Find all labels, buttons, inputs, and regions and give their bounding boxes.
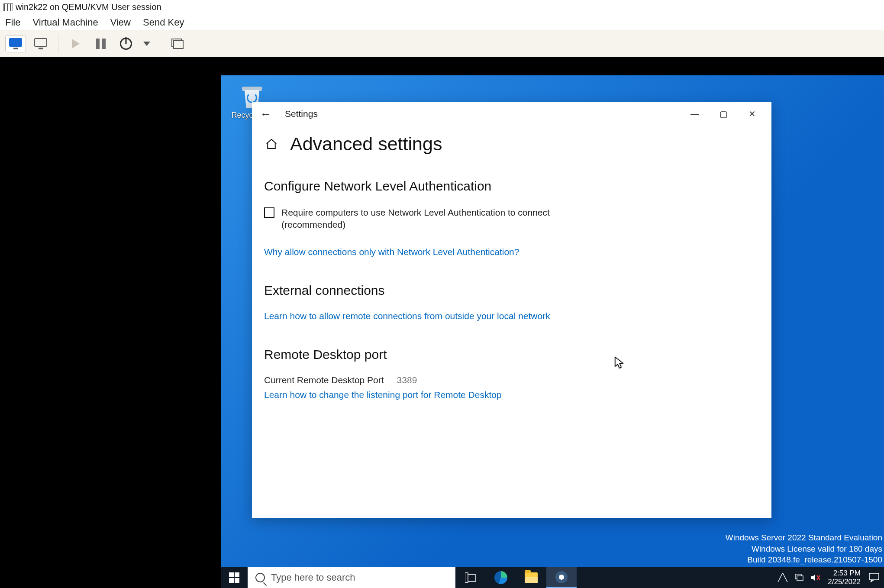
edge-icon [494,571,507,584]
vm-title: win2k22 on QEMU/KVM User session [16,2,161,12]
network-icon[interactable] [794,573,804,582]
home-icon[interactable] [264,137,279,152]
monitor-icon [9,38,22,49]
notification-icon [868,572,880,583]
menu-view[interactable]: View [110,17,131,28]
tray-overflow-icon[interactable]: ╱╲ [778,573,788,582]
volume-muted-icon[interactable] [810,573,821,582]
windows-watermark: Windows Server 2022 Standard Evaluation … [726,532,882,565]
run-button[interactable] [65,35,86,52]
system-tray[interactable]: ╱╲ [774,567,824,588]
search-placeholder: Type here to search [271,572,355,583]
nla-help-link[interactable]: Why allow connections only with Network … [264,247,519,257]
windows-logo-icon [229,572,239,583]
settings-window: ← Settings — ▢ ✕ Advanced settings Confi… [252,102,771,518]
taskbar-search[interactable]: Type here to search [248,567,455,588]
monitor-icon [34,38,47,49]
nla-checkbox-label: Require computers to use Network Level A… [281,207,567,231]
shutdown-menu-button[interactable] [141,35,153,52]
virt-manager-titlebar: win2k22 on QEMU/KVM User session [0,0,884,15]
chevron-down-icon [143,42,150,46]
taskbar-pin-explorer[interactable] [516,567,546,588]
settings-body: Advanced settings Configure Network Leve… [252,126,771,518]
guest-desktop[interactable]: Recycle Bin ← Settings — ▢ ✕ Advanced se… [221,75,884,588]
clock-time: 2:53 PM [828,569,861,578]
task-view-icon [465,572,476,583]
action-center-button[interactable] [864,567,884,588]
power-icon [120,38,132,50]
svg-rect-4 [869,573,879,580]
gear-icon [555,571,568,583]
svg-rect-3 [797,576,803,581]
minimize-button[interactable]: — [681,104,709,124]
start-button[interactable] [221,567,248,588]
taskbar-pin-settings[interactable] [546,567,577,588]
port-value: 3389 [397,375,417,385]
toolbar-separator [160,34,160,53]
external-help-link[interactable]: Learn how to allow remote connections fr… [264,311,550,321]
section-heading-external: External connections [264,283,759,298]
clock-date: 2/25/2022 [828,578,861,586]
menu-virtual-machine[interactable]: Virtual Machine [32,17,98,28]
pause-icon [96,39,106,49]
search-icon [255,573,265,582]
taskbar-pin-edge[interactable] [486,567,516,588]
section-heading-nla: Configure Network Level Authentication [264,179,759,194]
watermark-line: Build 20348.fe_release.210507-1500 [726,554,882,565]
menu-send-key[interactable]: Send Key [143,17,184,28]
task-view-button[interactable] [455,567,486,588]
port-row: Current Remote Desktop Port 3389 [264,375,759,385]
checkbox-icon[interactable] [264,207,274,218]
menu-file[interactable]: File [5,17,20,28]
taskbar-clock[interactable]: 2:53 PM 2/25/2022 [824,567,864,588]
play-icon [72,39,80,48]
settings-window-title: Settings [285,109,318,119]
toolbar-separator [58,34,58,53]
shutdown-button[interactable] [116,35,136,52]
details-view-button[interactable] [30,35,51,52]
virt-manager-logo-icon [3,3,13,11]
virt-manager-toolbar [0,30,884,57]
maximize-button[interactable]: ▢ [709,104,738,124]
settings-titlebar[interactable]: ← Settings — ▢ ✕ [252,102,771,126]
taskbar: Type here to search ╱╲ 2:53 PM 2/25/202 [221,567,884,588]
watermark-line: Windows Server 2022 Standard Evaluation [726,532,882,543]
fullscreen-button[interactable] [167,35,188,52]
vm-viewport: Recycle Bin ← Settings — ▢ ✕ Advanced se… [0,57,884,588]
console-view-button[interactable] [5,35,26,52]
pause-button[interactable] [90,35,111,52]
svg-rect-1 [465,573,468,582]
file-explorer-icon [525,572,538,583]
fullscreen-icon [171,39,184,49]
close-button[interactable]: ✕ [738,104,766,124]
watermark-line: Windows License valid for 180 days [726,543,882,555]
port-help-link[interactable]: Learn how to change the listening port f… [264,390,502,400]
page-title: Advanced settings [290,133,442,155]
section-heading-port: Remote Desktop port [264,347,759,362]
port-label: Current Remote Desktop Port [264,375,384,385]
nla-checkbox-row[interactable]: Require computers to use Network Level A… [264,207,567,231]
virt-manager-menubar: File Virtual Machine View Send Key [0,15,884,30]
back-button[interactable]: ← [257,107,274,121]
